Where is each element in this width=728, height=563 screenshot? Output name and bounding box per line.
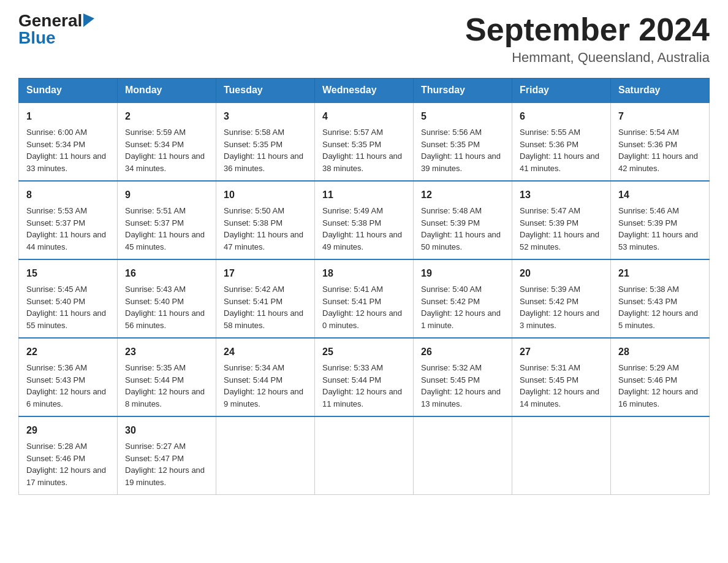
day-info: Sunrise: 5:36 AMSunset: 5:43 PMDaylight:… [26,363,106,408]
logo-general-text: General [18,12,82,29]
day-info: Sunrise: 5:51 AMSunset: 5:37 PMDaylight:… [125,206,205,251]
calendar-cell: 24 Sunrise: 5:34 AMSunset: 5:44 PMDaylig… [216,338,315,416]
calendar-cell: 23 Sunrise: 5:35 AMSunset: 5:44 PMDaylig… [118,338,216,416]
day-number: 23 [125,345,208,359]
day-info: Sunrise: 5:59 AMSunset: 5:34 PMDaylight:… [125,128,205,173]
day-number: 29 [26,423,110,438]
calendar-cell: 10 Sunrise: 5:50 AMSunset: 5:38 PMDaylig… [216,181,315,259]
day-number: 7 [618,109,702,124]
logo-blue-text: Blue [18,28,56,47]
logo-triangle-icon [83,13,94,27]
day-info: Sunrise: 5:43 AMSunset: 5:40 PMDaylight:… [125,285,205,330]
day-number: 18 [322,266,406,281]
day-number: 22 [26,345,110,359]
day-number: 25 [322,345,406,359]
day-header-sunday: Sunday [19,79,118,103]
calendar-cell: 2 Sunrise: 5:59 AMSunset: 5:34 PMDayligh… [118,102,216,181]
day-info: Sunrise: 5:47 AMSunset: 5:39 PMDaylight:… [520,206,599,251]
calendar-title: September 2024 [465,12,710,47]
day-number: 12 [421,188,504,202]
calendar-cell: 3 Sunrise: 5:58 AMSunset: 5:35 PMDayligh… [216,102,315,181]
calendar-cell: 4 Sunrise: 5:57 AMSunset: 5:35 PMDayligh… [315,102,414,181]
day-number: 16 [125,266,208,281]
logo: General Blue [18,12,94,47]
page-header: General Blue September 2024 Hemmant, Que… [18,12,710,66]
day-info: Sunrise: 5:28 AMSunset: 5:46 PMDaylight:… [26,442,106,487]
day-info: Sunrise: 5:56 AMSunset: 5:35 PMDaylight:… [421,128,501,173]
day-info: Sunrise: 5:48 AMSunset: 5:39 PMDaylight:… [421,206,501,251]
day-header-wednesday: Wednesday [315,79,414,103]
calendar-cell: 17 Sunrise: 5:42 AMSunset: 5:41 PMDaylig… [216,259,315,338]
day-number: 2 [125,109,208,124]
calendar-cell: 16 Sunrise: 5:43 AMSunset: 5:40 PMDaylig… [118,259,216,338]
calendar-cell: 5 Sunrise: 5:56 AMSunset: 5:35 PMDayligh… [414,102,512,181]
calendar-table: SundayMondayTuesdayWednesdayThursdayFrid… [18,78,710,495]
day-number: 4 [322,109,406,124]
day-number: 19 [421,266,504,281]
week-row-4: 22 Sunrise: 5:36 AMSunset: 5:43 PMDaylig… [19,338,710,416]
calendar-cell [611,416,710,495]
calendar-cell: 21 Sunrise: 5:38 AMSunset: 5:43 PMDaylig… [611,259,710,338]
day-number: 8 [26,188,110,202]
week-row-3: 15 Sunrise: 5:45 AMSunset: 5:40 PMDaylig… [19,259,710,338]
day-info: Sunrise: 5:49 AMSunset: 5:38 PMDaylight:… [322,206,402,251]
calendar-cell: 1 Sunrise: 6:00 AMSunset: 5:34 PMDayligh… [19,102,118,181]
day-number: 9 [125,188,208,202]
day-number: 28 [618,345,702,359]
day-info: Sunrise: 5:55 AMSunset: 5:36 PMDaylight:… [520,128,599,173]
day-header-monday: Monday [118,79,216,103]
calendar-cell [414,416,512,495]
day-info: Sunrise: 5:42 AMSunset: 5:41 PMDaylight:… [224,285,303,330]
day-number: 6 [520,109,603,124]
calendar-cell: 13 Sunrise: 5:47 AMSunset: 5:39 PMDaylig… [512,181,611,259]
day-number: 21 [618,266,702,281]
week-row-5: 29 Sunrise: 5:28 AMSunset: 5:46 PMDaylig… [19,416,710,495]
calendar-cell: 29 Sunrise: 5:28 AMSunset: 5:46 PMDaylig… [19,416,118,495]
day-number: 11 [322,188,406,202]
day-number: 30 [125,423,208,438]
day-header-tuesday: Tuesday [216,79,315,103]
calendar-cell [216,416,315,495]
day-number: 3 [224,109,307,124]
calendar-cell: 19 Sunrise: 5:40 AMSunset: 5:42 PMDaylig… [414,259,512,338]
day-number: 27 [520,345,603,359]
day-info: Sunrise: 5:54 AMSunset: 5:36 PMDaylight:… [618,128,698,173]
calendar-cell: 25 Sunrise: 5:33 AMSunset: 5:44 PMDaylig… [315,338,414,416]
day-info: Sunrise: 5:45 AMSunset: 5:40 PMDaylight:… [26,285,106,330]
day-info: Sunrise: 5:53 AMSunset: 5:37 PMDaylight:… [26,206,106,251]
calendar-cell: 12 Sunrise: 5:48 AMSunset: 5:39 PMDaylig… [414,181,512,259]
day-header-saturday: Saturday [611,79,710,103]
day-info: Sunrise: 5:58 AMSunset: 5:35 PMDaylight:… [224,128,303,173]
day-info: Sunrise: 5:32 AMSunset: 5:45 PMDaylight:… [421,363,501,408]
day-info: Sunrise: 5:41 AMSunset: 5:41 PMDaylight:… [322,285,402,330]
day-info: Sunrise: 5:29 AMSunset: 5:46 PMDaylight:… [618,363,698,408]
day-number: 5 [421,109,504,124]
calendar-cell: 15 Sunrise: 5:45 AMSunset: 5:40 PMDaylig… [19,259,118,338]
calendar-cell: 22 Sunrise: 5:36 AMSunset: 5:43 PMDaylig… [19,338,118,416]
svg-marker-0 [83,13,94,27]
calendar-cell: 7 Sunrise: 5:54 AMSunset: 5:36 PMDayligh… [611,102,710,181]
day-info: Sunrise: 5:50 AMSunset: 5:38 PMDaylight:… [224,206,303,251]
calendar-cell: 27 Sunrise: 5:31 AMSunset: 5:45 PMDaylig… [512,338,611,416]
day-number: 24 [224,345,307,359]
day-number: 20 [520,266,603,281]
week-row-1: 1 Sunrise: 6:00 AMSunset: 5:34 PMDayligh… [19,102,710,181]
day-number: 10 [224,188,307,202]
day-number: 13 [520,188,603,202]
day-info: Sunrise: 5:31 AMSunset: 5:45 PMDaylight:… [520,363,599,408]
calendar-cell: 20 Sunrise: 5:39 AMSunset: 5:42 PMDaylig… [512,259,611,338]
day-info: Sunrise: 5:39 AMSunset: 5:42 PMDaylight:… [520,285,599,330]
day-header-friday: Friday [512,79,611,103]
day-number: 15 [26,266,110,281]
calendar-cell: 28 Sunrise: 5:29 AMSunset: 5:46 PMDaylig… [611,338,710,416]
day-number: 17 [224,266,307,281]
calendar-cell: 11 Sunrise: 5:49 AMSunset: 5:38 PMDaylig… [315,181,414,259]
calendar-cell [315,416,414,495]
calendar-cell: 26 Sunrise: 5:32 AMSunset: 5:45 PMDaylig… [414,338,512,416]
calendar-cell: 30 Sunrise: 5:27 AMSunset: 5:47 PMDaylig… [118,416,216,495]
day-number: 14 [618,188,702,202]
day-number: 1 [26,109,110,124]
day-info: Sunrise: 5:57 AMSunset: 5:35 PMDaylight:… [322,128,402,173]
day-info: Sunrise: 5:40 AMSunset: 5:42 PMDaylight:… [421,285,501,330]
calendar-cell: 6 Sunrise: 5:55 AMSunset: 5:36 PMDayligh… [512,102,611,181]
